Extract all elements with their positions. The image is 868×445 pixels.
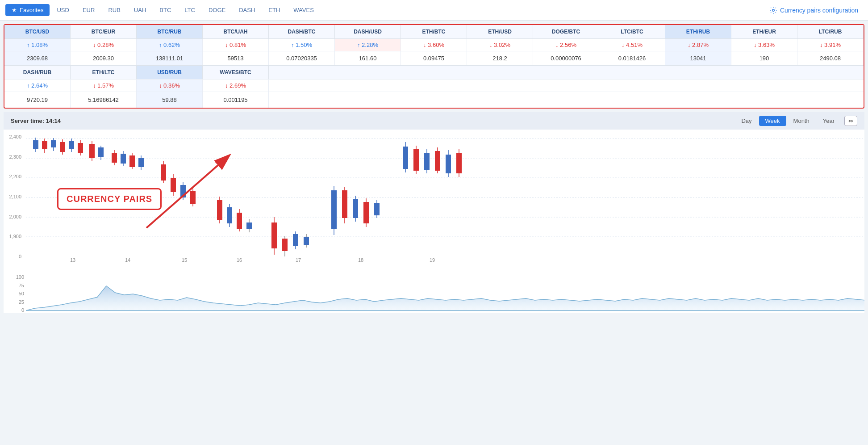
period-year[interactable]: Year [817, 116, 841, 126]
price-dashusd: 161.60 [335, 51, 401, 65]
top-navigation: ★ Favorites USD EUR RUB UAH BTC LTC DOGE… [0, 0, 868, 21]
price-wavesbtc: 0.001195 [203, 92, 269, 108]
time-bar: Server time: 14:14 Day Week Month Year ⇔ [4, 112, 864, 130]
change-ltcrub: ↓ 3.91% [797, 39, 864, 51]
nav-ltc[interactable]: LTC [178, 4, 201, 16]
svg-rect-54 [304, 237, 309, 245]
pair-header-dashbtc[interactable]: DASH/BTC [269, 25, 335, 38]
price-btcrub: 138111.01 [137, 51, 203, 65]
gear-icon [769, 6, 777, 14]
pair-header-btcusd[interactable]: BTC/USD [4, 25, 71, 38]
nav-dash[interactable]: DASH [233, 4, 261, 16]
change-btcusd: ↑ 1.08% [4, 39, 71, 51]
y-label-2200: 2,200 [5, 174, 24, 179]
svg-rect-36 [180, 185, 186, 197]
nav-doge[interactable]: DOGE [202, 4, 232, 16]
change-dashusd: ↑ 2.28% [335, 39, 401, 51]
pair-header-ltcbtc[interactable]: LTC/BTC [599, 25, 665, 38]
change-etheur: ↓ 3.63% [731, 39, 797, 51]
pair-header-wavesbtc[interactable]: WAVES/BTC [203, 66, 269, 79]
pair-header-ethusd[interactable]: ETH/USD [467, 25, 533, 38]
change-ethusd: ↓ 3.02% [467, 39, 533, 51]
annotation-text: CURRENCY PAIRS [67, 194, 152, 204]
period-day[interactable]: Day [735, 116, 758, 126]
expand-button[interactable]: ⇔ [844, 116, 857, 126]
vol-label-50: 50 [5, 291, 24, 296]
nav-btc[interactable]: BTC [153, 4, 177, 16]
volume-chart [26, 273, 864, 313]
nav-rub[interactable]: RUB [102, 4, 126, 16]
svg-text:13: 13 [70, 257, 75, 263]
pair-header-ethltc[interactable]: ETH/LTC [71, 66, 137, 79]
svg-rect-20 [89, 144, 95, 158]
pair-header-btcuah[interactable]: BTC/UAH [203, 25, 269, 38]
svg-rect-46 [246, 222, 252, 229]
y-label-2400: 2,400 [5, 134, 24, 139]
price-etheur: 190 [731, 51, 797, 65]
volume-y-labels: 100 75 50 25 0 [4, 273, 26, 313]
pair-header-dashusd[interactable]: DASH/USD [335, 25, 401, 38]
pair-header-ltcrub[interactable]: LTC/RUB [797, 25, 864, 38]
svg-rect-66 [403, 147, 408, 169]
y-label-0: 0 [5, 254, 24, 259]
favorites-button[interactable]: ★ Favorites [5, 4, 50, 16]
price-btcuah: 59513 [203, 51, 269, 65]
svg-rect-60 [353, 199, 358, 218]
svg-rect-72 [435, 151, 440, 171]
change-dogebtc: ↓ 2.56% [533, 39, 599, 51]
svg-rect-62 [363, 202, 369, 223]
price-usdrub: 59.88 [137, 92, 203, 108]
pair-header-btceur[interactable]: BTC/EUR [71, 25, 137, 38]
price-ethltc: 5.16986142 [71, 92, 137, 108]
change-btceur: ↓ 0.28% [71, 39, 137, 51]
svg-rect-40 [217, 200, 222, 220]
change-ethltc: ↓ 1.57% [71, 80, 137, 92]
price-dashbtc: 0.07020335 [269, 51, 335, 65]
svg-rect-38 [190, 191, 196, 204]
price-dogebtc: 0.00000076 [533, 51, 599, 65]
pair-header-ethbtc[interactable]: ETH/BTC [401, 25, 467, 38]
y-label-1900: 1,900 [5, 234, 24, 239]
svg-rect-50 [282, 239, 288, 251]
vol-label-0: 0 [5, 307, 24, 313]
nav-usd[interactable]: USD [50, 4, 75, 16]
vol-label-75: 75 [5, 283, 24, 288]
svg-rect-68 [413, 149, 419, 171]
nav-uah[interactable]: UAH [128, 4, 152, 16]
config-button[interactable]: Currency pairs configuration [765, 4, 863, 17]
price-dashrub: 9720.19 [4, 92, 71, 108]
svg-text:16: 16 [237, 257, 242, 263]
change-btcrub: ↑ 0.62% [137, 39, 203, 51]
price-ltcrub: 2490.08 [797, 51, 864, 65]
change-ethrub: ↓ 2.87% [665, 39, 731, 51]
period-week[interactable]: Week [759, 116, 786, 126]
period-month[interactable]: Month [787, 116, 816, 126]
svg-rect-76 [456, 153, 462, 173]
pair-header-dogebtc[interactable]: DOGE/BTC [533, 25, 599, 38]
nav-eur[interactable]: EUR [76, 4, 101, 16]
y-label-2300: 2,300 [5, 154, 24, 160]
nav-eth[interactable]: ETH [262, 4, 286, 16]
volume-area: 100 75 50 25 0 [4, 273, 864, 313]
svg-rect-32 [161, 164, 166, 181]
svg-marker-86 [26, 286, 864, 311]
pair-header-dashrub[interactable]: DASH/RUB [4, 66, 71, 79]
svg-rect-14 [60, 142, 65, 152]
annotation-box: CURRENCY PAIRS [57, 188, 162, 210]
pair-header-usdrub[interactable]: USD/RUB [137, 66, 203, 79]
svg-rect-70 [424, 153, 430, 170]
pair-header-ethrub[interactable]: ETH/RUB [665, 25, 731, 38]
svg-rect-8 [33, 140, 38, 149]
change-wavesbtc: ↓ 2.69% [203, 80, 269, 92]
nav-waves[interactable]: WAVES [287, 4, 320, 16]
price-ethusd: 218.2 [467, 51, 533, 65]
currency-pairs-grid: BTC/USD BTC/EUR BTC/RUB BTC/UAH DASH/BTC… [4, 24, 864, 109]
svg-text:18: 18 [358, 257, 363, 263]
volume-svg [26, 273, 864, 313]
svg-rect-74 [446, 155, 451, 173]
pair-header-btcrub[interactable]: BTC/RUB [137, 25, 203, 38]
y-label-2100: 2,100 [5, 194, 24, 199]
pair-header-etheur[interactable]: ETH/EUR [731, 25, 797, 38]
price-ethrub: 13041 [665, 51, 731, 65]
svg-rect-42 [227, 207, 232, 223]
